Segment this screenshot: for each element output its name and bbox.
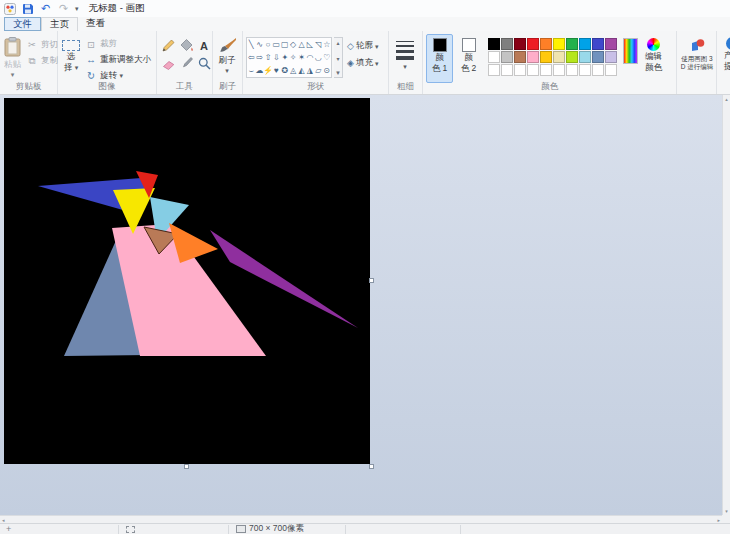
rainbow-gradient-swatch[interactable] <box>623 38 638 64</box>
shapes-scroll-down-icon[interactable]: ▾ <box>336 55 339 62</box>
shape-option[interactable]: ♥ <box>272 64 280 77</box>
resize-button[interactable]: ↔ 重新调整大小 <box>83 53 153 68</box>
vertical-scrollbar[interactable]: ▴ ▾ <box>722 95 730 515</box>
palette-swatch[interactable] <box>566 64 578 76</box>
shape-option[interactable]: ╲ <box>247 38 255 51</box>
horizontal-scrollbar[interactable]: ◂ ▸ <box>0 515 722 523</box>
canvas-resize-handle-corner[interactable] <box>369 464 374 469</box>
stroke-size-button[interactable]: ▾ <box>392 34 418 83</box>
palette-swatch[interactable] <box>527 51 539 63</box>
crop-button[interactable]: ⊡ 裁剪 <box>83 37 153 52</box>
palette-swatch[interactable] <box>592 64 604 76</box>
scroll-left-icon[interactable]: ◂ <box>2 517 5 523</box>
edit-with-paint3d-button[interactable]: 使用画图 3 D 进行编辑 <box>680 34 715 83</box>
shape-fill-button[interactable]: ◈ 填充 ▾ <box>347 56 378 70</box>
palette-swatch[interactable] <box>553 51 565 63</box>
scroll-right-icon[interactable]: ▸ <box>717 517 720 523</box>
shape-option[interactable]: ✧ <box>289 51 297 64</box>
palette-swatch[interactable] <box>501 64 513 76</box>
shape-option[interactable]: ◠ <box>306 51 314 64</box>
palette-swatch[interactable] <box>592 51 604 63</box>
palette-swatch[interactable] <box>553 64 565 76</box>
shape-option[interactable]: ✪ <box>281 64 289 77</box>
scroll-up-icon[interactable]: ▴ <box>725 96 728 102</box>
palette-swatch[interactable] <box>501 51 513 63</box>
copy-button[interactable]: ⧉ 复制 <box>24 53 60 68</box>
fill-tool-button[interactable] <box>178 38 194 54</box>
palette-swatch[interactable] <box>566 51 578 63</box>
shape-option[interactable]: ◇ <box>289 38 297 51</box>
save-icon[interactable] <box>21 2 34 15</box>
palette-swatch[interactable] <box>488 38 500 50</box>
shapes-scroll-up-icon[interactable]: ▴ <box>336 39 339 46</box>
shape-option[interactable]: ⚡ <box>264 64 272 77</box>
shape-option[interactable]: ☆ <box>323 38 331 51</box>
palette-swatch[interactable] <box>605 64 617 76</box>
shape-option[interactable]: ✶ <box>297 51 305 64</box>
undo-icon[interactable]: ↶ <box>39 2 52 15</box>
redo-icon[interactable]: ↷ <box>57 2 70 15</box>
color2-button[interactable]: 颜 色 2 <box>455 34 482 83</box>
palette-swatch[interactable] <box>553 38 565 50</box>
canvas-resize-handle-bottom[interactable] <box>184 464 189 469</box>
palette-swatch[interactable] <box>488 64 500 76</box>
palette-swatch[interactable] <box>605 51 617 63</box>
shape-option[interactable]: △ <box>297 38 305 51</box>
palette-swatch[interactable] <box>605 38 617 50</box>
shape-option[interactable]: ⇨ <box>255 51 263 64</box>
palette-swatch[interactable] <box>514 38 526 50</box>
palette-swatch[interactable] <box>527 64 539 76</box>
palette-swatch[interactable] <box>579 64 591 76</box>
shapes-gallery-scrollbar[interactable]: ▴ ▾ ▼ <box>334 37 343 78</box>
pencil-tool-button[interactable] <box>160 38 176 54</box>
canvas-artwork[interactable] <box>4 98 370 464</box>
scroll-down-icon[interactable]: ▾ <box>725 508 728 514</box>
shape-option[interactable]: ◮ <box>306 64 314 77</box>
shape-option[interactable]: ⌣ <box>247 64 255 77</box>
shape-option[interactable]: ⊙ <box>323 64 331 77</box>
palette-swatch[interactable] <box>514 64 526 76</box>
paste-button[interactable]: 粘贴 ▾ <box>3 34 22 83</box>
cut-button[interactable]: ✂ 剪切 <box>24 37 60 52</box>
palette-swatch[interactable] <box>488 51 500 63</box>
magnifier-tool-button[interactable] <box>196 56 212 72</box>
shape-option[interactable]: ▱ <box>314 64 322 77</box>
product-alerts-button[interactable]: i 产品 提醒 <box>723 34 730 83</box>
shape-option[interactable]: ⇧ <box>264 51 272 64</box>
brushes-button[interactable]: 刷子 ▾ <box>216 34 238 83</box>
shapes-more-icon[interactable]: ▼ <box>335 70 341 76</box>
shape-option[interactable]: ✦ <box>281 51 289 64</box>
shape-option[interactable]: ◹ <box>314 38 322 51</box>
shape-option[interactable]: ◬ <box>289 64 297 77</box>
palette-swatch[interactable] <box>579 38 591 50</box>
palette-swatch[interactable] <box>514 51 526 63</box>
palette-swatch[interactable] <box>540 64 552 76</box>
edit-colors-button[interactable]: 编辑 颜色 <box>640 34 667 83</box>
palette-swatch[interactable] <box>579 51 591 63</box>
shape-option[interactable]: ◺ <box>306 38 314 51</box>
shape-option[interactable]: ♡ <box>323 51 331 64</box>
tab-home[interactable]: 主页 <box>41 17 78 31</box>
tab-view[interactable]: 查看 <box>78 17 113 31</box>
color-picker-tool-button[interactable] <box>178 56 194 72</box>
text-tool-button[interactable]: A <box>196 38 212 54</box>
palette-swatch[interactable] <box>540 51 552 63</box>
palette-swatch[interactable] <box>592 38 604 50</box>
shape-option[interactable]: ⇦ <box>247 51 255 64</box>
shape-option[interactable]: ▭ <box>272 38 280 51</box>
shape-option[interactable]: ▢ <box>281 38 289 51</box>
quick-access-dropdown-icon[interactable]: ▾ <box>75 5 79 13</box>
tab-file[interactable]: 文件 <box>4 17 41 31</box>
shape-option[interactable]: ◭ <box>297 64 305 77</box>
palette-swatch[interactable] <box>540 38 552 50</box>
shape-option[interactable]: ∿ <box>255 38 263 51</box>
drawing-canvas[interactable] <box>4 98 370 464</box>
eraser-tool-button[interactable] <box>160 56 176 72</box>
shape-option[interactable]: ◡ <box>314 51 322 64</box>
shape-option[interactable]: ⇩ <box>272 51 280 64</box>
palette-swatch[interactable] <box>527 38 539 50</box>
shape-option[interactable]: ○ <box>264 38 272 51</box>
shape-outline-button[interactable]: ◇ 轮廓 ▾ <box>347 39 378 53</box>
color1-button[interactable]: 颜 色 1 <box>426 34 453 83</box>
select-button[interactable]: 选 择 ▾ <box>61 34 81 83</box>
